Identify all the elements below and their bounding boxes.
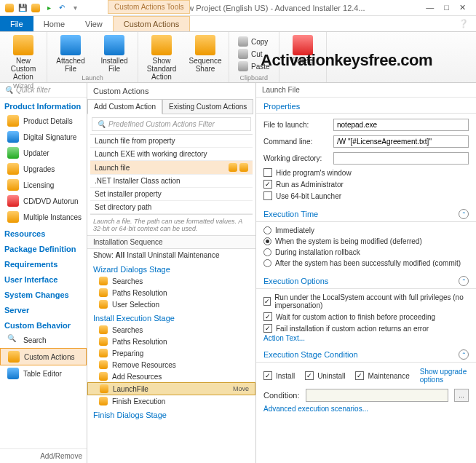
- stage-item[interactable]: Add Resources: [87, 371, 255, 382]
- tab-add-custom-action[interactable]: Add Custom Action: [87, 99, 162, 114]
- show-install[interactable]: Install: [127, 251, 146, 259]
- copy-button[interactable]: Copy: [235, 36, 273, 47]
- nav-search[interactable]: 🔍Search: [0, 332, 87, 348]
- run-localsystem-checkbox[interactable]: [263, 297, 271, 306]
- context-tab-label: Custom Actions Tools: [108, 0, 190, 14]
- hide-window-checkbox[interactable]: [263, 168, 272, 177]
- custom-actions-filter-input[interactable]: 🔍Predefined Custom Actions Filter: [92, 117, 251, 131]
- fail-on-error-checkbox[interactable]: [263, 324, 272, 333]
- tab-home[interactable]: Home: [33, 16, 75, 31]
- stage-item[interactable]: Preparing: [87, 347, 255, 359]
- stage-item[interactable]: Searches: [87, 275, 255, 287]
- collapse-icon[interactable]: ⌃: [459, 349, 469, 360]
- stage-wizard-dialogs[interactable]: Wizard Dialogs Stage: [87, 261, 255, 275]
- nav-licensing[interactable]: Licensing: [0, 177, 87, 193]
- nav-upgrades[interactable]: Upgrades: [0, 161, 87, 177]
- nav-table-editor[interactable]: Table Editor: [0, 365, 87, 381]
- attached-file-button[interactable]: Attached File: [50, 33, 91, 74]
- nav-cd-dvd-autorun[interactable]: CD/DVD Autorun: [0, 193, 87, 209]
- nav-section-requirements[interactable]: Requirements: [0, 256, 87, 271]
- nav-section-package-definition[interactable]: Package Definition: [0, 240, 87, 256]
- stage-item[interactable]: Searches: [87, 324, 255, 336]
- add-without-sequence-icon[interactable]: [239, 163, 248, 172]
- ca-hint: Launch a file. The path can use formatte…: [87, 215, 255, 235]
- stage-install-execution[interactable]: Install Execution Stage: [87, 310, 255, 324]
- tab-view[interactable]: View: [75, 16, 113, 31]
- save-icon[interactable]: 💾: [17, 3, 28, 13]
- tab-file[interactable]: File: [0, 16, 33, 31]
- add-with-sequence-icon[interactable]: [229, 163, 237, 172]
- nav-section-server[interactable]: Server: [0, 301, 87, 317]
- nav-updater[interactable]: Updater: [0, 145, 87, 161]
- stage-item[interactable]: Paths Resolution: [87, 336, 255, 347]
- nav-section-custom-behavior[interactable]: Custom Behavior: [0, 317, 87, 332]
- exec-time-immediately-radio[interactable]: [263, 226, 271, 234]
- ca-net-installer-class[interactable]: .NET Installer Class action: [90, 175, 253, 188]
- run-as-admin-checkbox[interactable]: [263, 180, 272, 189]
- wait-finish-checkbox[interactable]: [263, 312, 272, 321]
- exec-time-rollback-radio[interactable]: [263, 248, 271, 256]
- show-upgrade-options-link[interactable]: Show upgrade options: [420, 368, 469, 384]
- nav-section-resources[interactable]: Resources: [0, 225, 87, 240]
- ca-set-directory-path[interactable]: Set directory path: [90, 201, 253, 214]
- ca-launch-exe-working-dir[interactable]: Launch EXE with working directory: [90, 148, 253, 161]
- nav-section-product-information[interactable]: Product Information: [0, 98, 87, 113]
- stage-item-launchfile[interactable]: LaunchFileMove: [87, 382, 255, 395]
- stage-item[interactable]: User Selection: [87, 298, 255, 310]
- stage-item[interactable]: Finish Execution: [87, 395, 255, 407]
- ca-launch-file[interactable]: Launch file: [90, 161, 253, 175]
- mid-title: Custom Actions: [87, 83, 255, 99]
- esc-maintenance-checkbox[interactable]: [355, 371, 364, 380]
- exec-time-deferred-radio[interactable]: [263, 237, 271, 245]
- stage-item[interactable]: Paths Resolution: [87, 287, 255, 298]
- esc-install-checkbox[interactable]: [263, 371, 272, 380]
- nav-multiple-instances[interactable]: Multiple Instances: [0, 209, 87, 225]
- maximize-icon[interactable]: □: [444, 3, 449, 12]
- dropdown-icon[interactable]: ▾: [70, 3, 80, 13]
- new-custom-action-button[interactable]: New Custom Action: [3, 33, 44, 82]
- nav-section-user-interface[interactable]: User Interface: [0, 271, 87, 286]
- nav-add-remove[interactable]: Add/Remove: [0, 448, 87, 463]
- close-icon[interactable]: ✕: [459, 3, 466, 12]
- search-icon: 🔍: [97, 120, 106, 128]
- installed-file-button[interactable]: Installed File: [94, 33, 135, 74]
- build-icon[interactable]: [31, 3, 41, 13]
- nav-custom-actions[interactable]: Custom Actions: [0, 348, 87, 365]
- tab-custom-actions[interactable]: Custom Actions: [113, 16, 190, 31]
- search-icon: 🔍: [7, 334, 19, 346]
- minimize-icon[interactable]: —: [426, 3, 434, 12]
- sequence-show-filter: Show: All Install Uninstall Maintenance: [87, 249, 255, 261]
- advanced-scenarios-link[interactable]: Advanced execution scenarios...: [263, 405, 469, 413]
- undo-icon[interactable]: ↶: [57, 3, 67, 13]
- stage-finish-dialogs[interactable]: Finish Dialogs Stage: [87, 407, 255, 421]
- action-text-link[interactable]: Action Text...: [263, 334, 469, 342]
- stage-item[interactable]: Remove Resources: [87, 359, 255, 371]
- condition-input[interactable]: [306, 389, 448, 402]
- nav-product-details[interactable]: Product Details: [0, 113, 87, 129]
- show-maintenance[interactable]: Maintenance: [178, 251, 219, 259]
- collapse-icon[interactable]: ⌃: [459, 276, 469, 286]
- use-64bit-checkbox[interactable]: [263, 191, 272, 200]
- search-icon: 🔍: [4, 86, 13, 94]
- run-icon[interactable]: ▸: [44, 3, 54, 13]
- nav-section-system-changes[interactable]: System Changes: [0, 286, 87, 301]
- collapse-icon[interactable]: ⌃: [459, 209, 469, 219]
- section-execution-stage-condition: Execution Stage Condition⌃: [256, 345, 476, 363]
- section-properties: Properties: [256, 98, 476, 114]
- tab-existing-custom-actions[interactable]: Existing Custom Actions: [162, 99, 253, 114]
- ca-launch-file-from-property[interactable]: Launch file from property: [90, 135, 253, 148]
- show-uninstall[interactable]: Uninstall: [148, 251, 175, 259]
- exec-time-commit-radio[interactable]: [263, 259, 271, 267]
- esc-uninstall-checkbox[interactable]: [305, 371, 314, 380]
- file-to-launch-input[interactable]: [333, 119, 469, 131]
- command-line-input[interactable]: [333, 135, 469, 148]
- ca-set-installer-property[interactable]: Set installer property: [90, 188, 253, 201]
- move-button[interactable]: Move: [233, 385, 249, 392]
- nav-digital-signature[interactable]: Digital Signature: [0, 129, 87, 145]
- condition-edit-button[interactable]: ...: [454, 389, 469, 402]
- working-directory-input[interactable]: [333, 152, 469, 165]
- help-icon[interactable]: ❔: [451, 16, 476, 31]
- show-standard-action-button[interactable]: Show Standard Action: [141, 33, 182, 82]
- show-all[interactable]: All: [116, 251, 125, 259]
- sequence-share-button[interactable]: Sequence Share: [185, 33, 226, 82]
